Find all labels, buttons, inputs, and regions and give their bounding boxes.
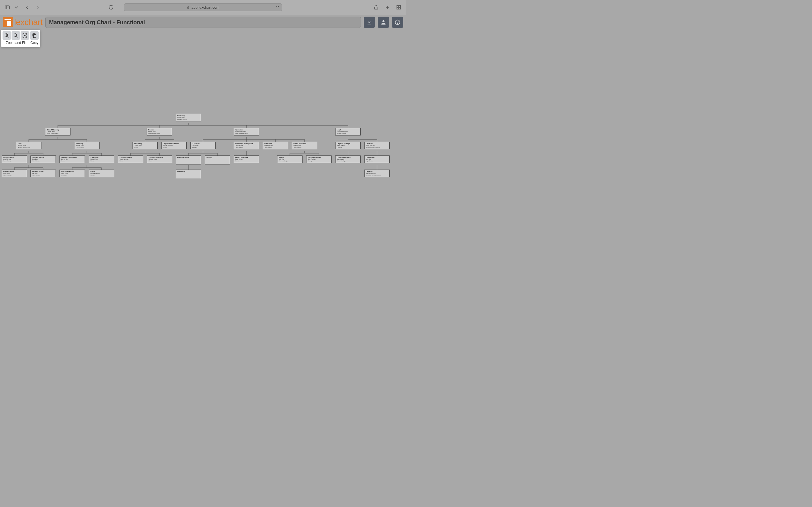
svg-rect-23 — [34, 35, 36, 38]
svg-rect-22 — [24, 35, 26, 36]
org-chart-canvas[interactable]: Leadership Walter Smith President & CEO … — [0, 0, 406, 253]
node-advertising[interactable]: Advertising Nicole Wyatt Manager — [89, 156, 114, 163]
svg-line-20 — [17, 36, 18, 38]
node-eastern-region[interactable]: Eastern Region Gina Smith Sales Manager — [2, 170, 27, 177]
node-accounts-receivable[interactable]: Accounts Receivable Nichole Hinton Manag… — [147, 156, 172, 163]
node-legal-admin[interactable]: Legal Admin Lisa Libel Legal Assistant — [364, 156, 390, 163]
zoom-group-label: Zoom and Fit — [6, 41, 26, 45]
zoom-copy-toolbar: Zoom and Fit Copy — [1, 30, 40, 47]
node-accounting[interactable]: Accounting Cynthia Moore Director — [132, 142, 158, 149]
copy-group: Copy — [30, 31, 39, 45]
node-employee-benefits[interactable]: Employee Benefits Sam Paulson Manager — [306, 156, 332, 163]
node-contracts[interactable]: Contracts Samir Franglaki Assistant Gene… — [364, 142, 390, 149]
node-marketing[interactable]: Marketing Jennifer Zhao Vice President — [74, 142, 100, 149]
zoom-out-button[interactable] — [11, 31, 20, 40]
zoom-in-button[interactable] — [3, 31, 11, 40]
node-southern-region[interactable]: Southern Region Seth Booth Sales Manager — [31, 156, 56, 163]
node-communications[interactable]: Communications — [175, 156, 201, 165]
node-business-development[interactable]: Business Development Johnny Clay Directo… — [59, 156, 85, 163]
connectors — [0, 0, 406, 253]
node-security[interactable]: Security — [205, 156, 230, 165]
node-finance[interactable]: Finance Kendra Perez Chief Financial Off… — [147, 128, 172, 135]
node-corporate-paralegal[interactable]: Corporate Paralegal Juan Moreno Senior P… — [335, 156, 361, 163]
node-corporate-development[interactable]: Corporate Development Michael Johnson Di… — [161, 142, 187, 149]
node-networking[interactable]: Networking — [175, 170, 201, 179]
node-hr[interactable]: Human Resources Chad Adams Vice Presiden… — [292, 142, 317, 149]
node-leadership[interactable]: Leadership Walter Smith President & CEO — [175, 114, 201, 121]
node-northern-region[interactable]: Northern Region Yan Tong Sales Manager — [31, 170, 56, 177]
svg-line-16 — [8, 36, 9, 38]
node-sales-marketing[interactable]: Sales & Marketing Christie James Senior … — [45, 128, 70, 135]
node-events[interactable]: Events Pamela Sanchez Manager — [89, 170, 114, 177]
node-sales[interactable]: Sales Anthony Davis National Sales Direc… — [16, 142, 42, 149]
node-operations[interactable]: Operations Hannah Matthews Chief Operati… — [234, 128, 259, 135]
node-web-development[interactable]: Web Development Kevin Perry Developer — [59, 170, 85, 177]
fit-screen-button[interactable] — [20, 31, 29, 40]
node-litigation-paralegal[interactable]: Litigation Paralegal Megan Medina Parale… — [335, 142, 361, 149]
node-payroll[interactable]: Payroll Julie Tsai Business Analyst — [277, 156, 303, 163]
copy-button[interactable] — [30, 31, 39, 40]
node-accounts-payable[interactable]: Accounts Payable Tiffany Johnston Manage… — [118, 156, 143, 163]
node-western-region[interactable]: Western Region Juan Moreno Sales Manager — [2, 156, 27, 163]
node-it-systems[interactable]: IT Systems Brad Jones Manager — [190, 142, 216, 149]
copy-group-label: Copy — [31, 41, 38, 45]
node-rnd[interactable]: Research & Development Jessica Baker Vic… — [234, 142, 259, 149]
node-legal[interactable]: Legal Dalton Washington General Counsel — [335, 128, 361, 135]
node-quality-assurance[interactable]: Quality Assurance Boaz Cohen Director — [234, 156, 259, 163]
zoom-group: Zoom and Fit — [3, 31, 29, 45]
node-production[interactable]: Production Alexa Kennedy Vice President — [263, 142, 288, 149]
node-litigation[interactable]: Litigation Wayne Gallagher Associate Gen… — [364, 170, 390, 177]
